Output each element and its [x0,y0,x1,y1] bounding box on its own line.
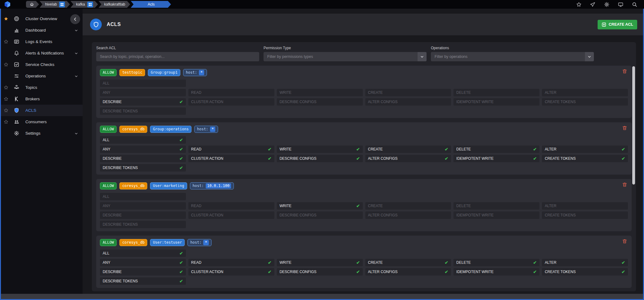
operation-cell: ANY✔ [100,89,186,96]
app-window: hivelab kafka kafkakraftlab Acls [0,0,644,300]
sidebar-item-consumers[interactable]: Consumers [0,116,83,128]
operation-label: DESCRIBE TOKENS [103,222,138,227]
sidebar-item-dashboard[interactable]: Dashboard [0,24,83,36]
sidebar-item-acls[interactable]: ACLS [0,105,83,116]
main-content: ACLS CREATE ACL Search ACL Permission Ty… [83,9,644,294]
sidebar-item-settings[interactable]: Settings [0,128,83,139]
sidebar: Cluster OverviewDashboardLogs & EventsAl… [0,9,83,294]
favorite-star-icon[interactable] [0,39,12,44]
operation-cell: CREATE TOKENS✔ [542,211,628,219]
sidebar-item-alerts-notifications[interactable]: Alerts & Notifications [0,47,83,59]
star-icon[interactable] [576,2,582,7]
send-icon[interactable] [590,2,595,7]
operation-cell: CLUSTER ACTION✔ [188,211,274,219]
favorite-star-icon[interactable] [0,85,12,90]
check-icon: ✔ [179,260,183,265]
create-acl-button[interactable]: CREATE ACL [598,20,637,29]
vertical-scrollbar-thumb[interactable] [632,66,635,185]
operation-cell: DESCRIBE✔ [100,98,186,106]
breadcrumb-label: Acls [148,2,155,7]
sidebar-item-operations[interactable]: Operations [0,70,83,82]
operation-label: ALL [103,194,109,199]
operations-grid: ALL✔ANY✔READ✔WRITE✔CREATE✔DELETE✔ALTER✔D… [100,136,628,172]
operation-cell: CREATE TOKENS✔ [542,98,628,106]
operation-label: CLUSTER ACTION [191,270,223,274]
cluster-grid-button[interactable] [59,2,65,7]
host-prefix: host: [197,127,208,131]
check-icon: ✔ [356,260,360,265]
breadcrumb-item-kafkakraftlab[interactable]: kafkakraftlab [99,1,130,8]
operations-select[interactable]: Filter by operations [431,52,594,61]
operations-label: Operations [431,46,594,50]
operation-label: ALTER [545,260,556,265]
search-acl-input[interactable] [96,52,259,61]
check-icon: ✔ [179,138,183,142]
favorite-star-icon[interactable] [0,120,12,124]
operation-label: DESCRIBE CONFIGS [280,270,316,274]
operation-cell: DELETE✔ [453,202,539,210]
breadcrumb-home[interactable] [26,1,39,8]
operation-cell: WRITE✔ [277,146,363,153]
sidebar-collapse-button[interactable] [70,14,80,24]
permission-badge: ALLOW [100,126,117,133]
check-icon: ✔ [533,156,537,161]
favorite-star-icon[interactable] [0,97,12,101]
filters-row: Search ACL Permission Type Filter by per… [96,46,632,61]
operations-placeholder: Filter by operations [435,54,467,59]
cluster-grid-button[interactable] [87,2,93,7]
check-icon: ✔ [533,270,537,274]
breadcrumb-item-acls-active[interactable]: Acls [131,1,171,8]
operation-cell: ALTER✔ [542,202,628,210]
gear-icon[interactable] [604,2,609,7]
search-icon[interactable] [632,2,637,7]
search-acl-label: Search ACL [96,46,259,50]
breadcrumb-item-kafka[interactable]: kafka [71,1,98,8]
breadcrumb-label: kafka [76,2,85,7]
check-icon: ✔ [179,251,183,255]
sidebar-item-label: Brokers [25,97,40,101]
principal-badge: User:testuser [150,239,185,246]
operation-label: CREATE TOKENS [545,156,576,161]
operation-label: CREATE TOKENS [545,213,576,217]
operation-label: READ [191,204,201,208]
acl-card: ALLOW coresys_db User:testuser host: * A… [96,236,632,288]
sidebar-item-topics[interactable]: Topics [0,82,83,93]
operation-cell: ALTER CONFIGS✔ [365,211,451,219]
host-badge: host: * [194,126,218,133]
sidebar-item-label: Service Checks [25,62,54,67]
operation-label: DESCRIBE [103,213,122,217]
check-icon: ✔ [621,270,625,274]
sidebar-item-logs-events[interactable]: Logs & Events [0,36,83,47]
operation-label: WRITE [280,204,292,208]
check-icon: ✔ [179,156,183,161]
sidebar-item-service-checks[interactable]: Service Checks [0,59,83,70]
display-icon[interactable] [618,2,623,7]
operation-label: DESCRIBE CONFIGS [280,156,316,161]
favorite-star-icon[interactable] [0,62,12,67]
gear-icon [12,131,21,136]
chevron-down-icon [74,28,78,32]
delete-acl-button[interactable] [622,239,627,244]
operation-label: WRITE [280,147,292,151]
operation-cell: WRITE✔ [277,259,363,266]
breadcrumb-item-hivelab[interactable]: hivelab [40,1,70,8]
create-acl-label: CREATE ACL [609,22,633,27]
operation-label: ALL [103,138,109,142]
delete-acl-button[interactable] [622,182,627,188]
favorite-star-icon[interactable] [0,108,12,113]
operation-cell: ANY✔ [100,259,186,266]
operation-label: CREATE [368,147,383,151]
check-icon: ✔ [179,166,183,170]
delete-acl-button[interactable] [622,69,627,74]
acl-badges: ALLOW coresys_db User:testuser host: * [100,239,628,246]
delete-acl-button[interactable] [622,125,627,131]
permission-type-select[interactable]: Filter by permissions types [264,52,427,61]
operation-label: DESCRIBE [103,100,122,104]
sidebar-item-label: Topics [25,85,37,90]
sidebar-item-brokers[interactable]: Brokers [0,93,83,105]
check-icon: ✔ [179,279,183,283]
check-square-icon [12,62,21,67]
operation-cell: CREATE✔ [365,259,451,266]
favorite-star-icon[interactable] [0,16,12,21]
breadcrumb: hivelab kafka kafkakraftlab Acls [26,1,172,8]
